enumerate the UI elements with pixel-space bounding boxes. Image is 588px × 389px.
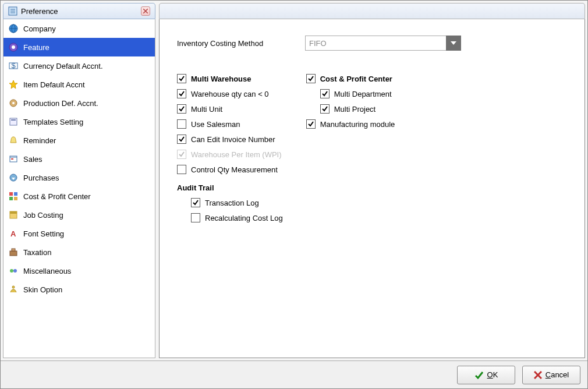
sidebar-item-cost-profit-center[interactable]: Cost & Profit Center (3, 187, 155, 206)
multi-project-checkbox[interactable] (320, 104, 330, 114)
button-bar: OK Cancel (1, 360, 587, 388)
cancel-button[interactable]: Cancel (522, 366, 580, 384)
ctrl-qty-measurement-label: Control Qty Measurement (191, 165, 278, 174)
check-icon (474, 371, 484, 379)
svg-text:A: A (10, 229, 16, 238)
can-edit-invoice-checkbox[interactable] (177, 135, 186, 144)
sidebar-item-templates-setting[interactable]: Templates Setting (3, 112, 155, 131)
main-header-strip (159, 3, 585, 19)
can-edit-invoice-label: Can Edit Invoice Number (191, 135, 275, 144)
sidebar-item-font-setting[interactable]: AFont Setting (3, 224, 155, 243)
sidebar-item-item-default-accnt[interactable]: Item Default Accnt (3, 75, 155, 94)
transaction-log-label: Transaction Log (205, 199, 259, 207)
wh-qty-neg-checkbox[interactable] (177, 89, 186, 98)
costing-method-row: Inventory Costing Method (177, 36, 567, 51)
sidebar-item-label: Skin Option (23, 285, 62, 294)
preference-dialog: Preference CompanyFeature$Currency Defau… (0, 0, 588, 389)
svg-rect-16 (10, 118, 17, 125)
misc-icon (8, 266, 19, 276)
multi-project-row[interactable]: Multi Project (306, 104, 395, 114)
use-salesman-label: Use Salesman (191, 120, 240, 129)
multi-department-checkbox[interactable] (320, 89, 330, 98)
sidebar-item-purchases[interactable]: Purchases (3, 168, 155, 187)
sidebar: Preference CompanyFeature$Currency Defau… (3, 3, 155, 358)
use-salesman-row[interactable]: Use Salesman (177, 119, 283, 129)
sidebar-tab-header: Preference (3, 3, 155, 19)
grid-icon (8, 191, 19, 201)
main-content: Inventory Costing Method Multi Warehouse (159, 19, 585, 358)
manufacturing-module-checkbox[interactable] (306, 119, 316, 129)
svg-text:$: $ (11, 61, 16, 70)
sidebar-item-job-costing[interactable]: Job Costing (3, 206, 155, 224)
recalc-cost-log-label: Recalculating Cost Log (205, 214, 283, 222)
sidebar-item-skin-option[interactable]: Skin Option (3, 280, 155, 299)
multi-unit-label: Multi Unit (191, 105, 222, 114)
dialog-body: Preference CompanyFeature$Currency Defau… (1, 1, 587, 360)
sidebar-item-feature[interactable]: Feature (3, 38, 155, 56)
sidebar-tab-title: Preference (21, 7, 58, 16)
sidebar-item-label: Job Costing (23, 211, 63, 220)
recalc-cost-log-checkbox[interactable] (191, 213, 200, 222)
sidebar-list: CompanyFeature$Currency Default Accnt.It… (3, 19, 155, 358)
svg-point-15 (12, 102, 15, 104)
cost-profit-center-checkbox[interactable] (306, 74, 316, 83)
manufacturing-module-label: Manufacturing module (320, 120, 395, 129)
svg-rect-29 (10, 251, 17, 256)
multi-warehouse-label: Multi Warehouse (191, 75, 252, 83)
sidebar-item-label: Production Def. Accnt. (23, 99, 98, 108)
costing-method-input[interactable] (305, 36, 446, 51)
svg-point-33 (12, 286, 15, 288)
production-icon (8, 98, 19, 108)
svg-rect-22 (9, 192, 13, 196)
sales-icon (8, 154, 19, 164)
sidebar-item-company[interactable]: Company (3, 19, 155, 38)
svg-point-31 (10, 269, 13, 273)
cost-profit-center-row[interactable]: Cost & Profit Center (306, 74, 395, 83)
svg-rect-25 (14, 197, 17, 200)
sidebar-item-label: Miscellaneous (23, 267, 71, 275)
svg-marker-13 (9, 80, 17, 89)
multi-warehouse-row[interactable]: Multi Warehouse (177, 74, 283, 83)
multi-unit-row[interactable]: Multi Unit (177, 104, 283, 114)
use-salesman-checkbox[interactable] (177, 119, 186, 129)
right-column: Cost & Profit Center Multi Department Mu… (306, 74, 395, 222)
close-tab-button[interactable] (141, 6, 150, 16)
manufacturing-module-row[interactable]: Manufacturing module (306, 119, 395, 129)
wpi-checkbox (177, 150, 186, 159)
multi-project-label: Multi Project (334, 105, 376, 114)
template-icon (8, 116, 19, 127)
wh-qty-neg-row[interactable]: Warehouse qty can < 0 (177, 89, 283, 98)
transaction-log-checkbox[interactable] (191, 198, 200, 207)
multi-warehouse-checkbox[interactable] (177, 74, 186, 83)
svg-rect-27 (10, 211, 17, 214)
sidebar-item-reminder[interactable]: Reminder (3, 131, 155, 150)
svg-marker-34 (451, 41, 456, 45)
recalc-cost-log-row[interactable]: Recalculating Cost Log (177, 213, 283, 222)
ctrl-qty-measurement-checkbox[interactable] (177, 165, 186, 174)
main-panel: Inventory Costing Method Multi Warehouse (159, 3, 585, 358)
sidebar-item-label: Company (23, 24, 56, 33)
multi-unit-checkbox[interactable] (177, 104, 186, 114)
star-icon (8, 79, 19, 90)
sidebar-item-production-def-accnt[interactable]: Production Def. Accnt. (3, 94, 155, 112)
sidebar-item-label: Reminder (23, 136, 56, 145)
sidebar-item-taxation[interactable]: Taxation (3, 243, 155, 261)
can-edit-invoice-row[interactable]: Can Edit Invoice Number (177, 135, 283, 144)
sidebar-item-sales[interactable]: Sales (3, 150, 155, 168)
transaction-log-row[interactable]: Transaction Log (177, 198, 283, 207)
multi-department-row[interactable]: Multi Department (306, 89, 395, 98)
sidebar-item-label: Templates Setting (23, 118, 83, 126)
costing-method-dropdown-button[interactable] (446, 36, 461, 51)
ctrl-qty-measurement-row[interactable]: Control Qty Measurement (177, 165, 283, 174)
svg-rect-24 (9, 197, 13, 200)
sidebar-item-miscellaneous[interactable]: Miscellaneous (3, 261, 155, 280)
svg-point-32 (13, 269, 17, 273)
ok-button[interactable]: OK (457, 366, 515, 384)
sidebar-item-currency-default-accnt[interactable]: $Currency Default Accnt. (3, 56, 155, 75)
wh-qty-neg-label: Warehouse qty can < 0 (191, 90, 269, 98)
ok-button-label: OK (487, 370, 498, 379)
svg-rect-19 (11, 158, 13, 160)
costing-method-select[interactable] (305, 36, 461, 51)
audit-trail-heading: Audit Trail (177, 183, 283, 192)
sidebar-item-label: Purchases (23, 174, 59, 182)
